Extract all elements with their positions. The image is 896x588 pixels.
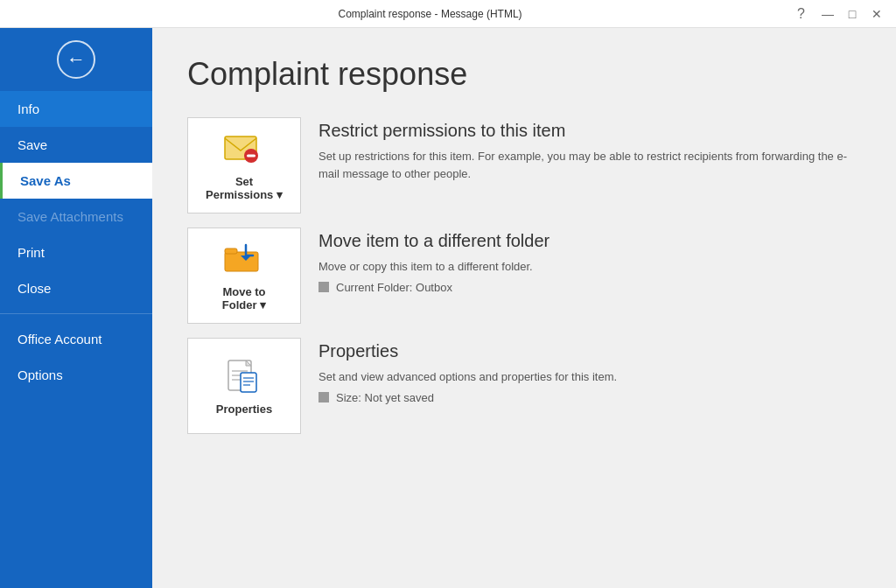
maximize-button[interactable]: □: [844, 5, 861, 23]
sidebar-item-save-as[interactable]: Save As: [0, 163, 152, 199]
sidebar-nav: Info Save Save As Save Attachments Print…: [0, 91, 152, 588]
properties-title: Properties: [318, 341, 861, 361]
title-bar: Complaint response - Message (HTML) ? — …: [0, 0, 896, 28]
close-button[interactable]: ✕: [868, 5, 886, 23]
move-to-folder-text: Move item to a different folder Move or …: [318, 228, 861, 294]
back-button[interactable]: ←: [0, 28, 152, 91]
properties-button[interactable]: Properties: [187, 338, 301, 434]
minimize-button[interactable]: —: [819, 5, 836, 23]
move-to-folder-label: Move toFolder ▾: [222, 285, 266, 312]
sidebar-divider: [0, 313, 152, 314]
svg-rect-11: [241, 373, 256, 392]
window-title: Complaint response - Message (HTML): [63, 8, 797, 20]
move-to-folder-button[interactable]: Move toFolder ▾: [187, 228, 301, 324]
back-circle-icon: ←: [57, 40, 95, 79]
sidebar-bottom: Office Account Options: [0, 321, 152, 403]
svg-rect-4: [225, 248, 237, 254]
set-permissions-text: Restrict permissions to this item Set up…: [318, 117, 861, 187]
move-to-folder-meta: Current Folder: Outbox: [318, 281, 861, 294]
set-permissions-card: SetPermissions ▾ Restrict permissions to…: [187, 117, 861, 214]
sidebar-item-options[interactable]: Options: [0, 357, 152, 393]
properties-text: Properties Set and view advanced options…: [318, 338, 861, 404]
sidebar-item-info[interactable]: Info: [0, 91, 152, 127]
sidebar-item-save[interactable]: Save: [0, 127, 152, 163]
window-controls: ? — □ ✕: [797, 5, 886, 23]
sidebar-item-print[interactable]: Print: [0, 234, 152, 270]
set-permissions-title: Restrict permissions to this item: [318, 121, 861, 141]
properties-label: Properties: [216, 402, 272, 416]
app-container: ← Info Save Save As Save Attachments Pri…: [0, 28, 896, 588]
sidebar-item-close[interactable]: Close: [0, 270, 152, 306]
page-title: Complaint response: [187, 56, 861, 93]
move-to-folder-title: Move item to a different folder: [318, 231, 861, 251]
properties-desc: Set and view advanced options and proper…: [318, 368, 861, 386]
set-permissions-button[interactable]: SetPermissions ▾: [187, 117, 301, 214]
folder-move-icon: [221, 240, 267, 278]
props-meta-bullet-icon: [318, 392, 329, 402]
sidebar-item-office-account[interactable]: Office Account: [0, 321, 152, 357]
help-icon[interactable]: ?: [797, 6, 805, 22]
set-permissions-label: SetPermissions ▾: [206, 175, 283, 201]
properties-meta: Size: Not yet saved: [318, 391, 861, 404]
sidebar: ← Info Save Save As Save Attachments Pri…: [0, 28, 152, 588]
move-to-folder-desc: Move or copy this item to a different fo…: [318, 258, 861, 276]
main-content: Complaint response SetPermissions ▾: [152, 28, 896, 588]
envelope-permissions-icon: [221, 130, 267, 168]
meta-bullet-icon: [318, 282, 329, 292]
properties-card: Properties Properties Set and view advan…: [187, 338, 861, 434]
svg-rect-2: [247, 155, 256, 158]
sidebar-item-save-attachments: Save Attachments: [0, 199, 152, 234]
set-permissions-desc: Set up restrictions for this item. For e…: [318, 148, 861, 182]
properties-doc-icon: [221, 357, 267, 396]
move-to-folder-card: Move toFolder ▾ Move item to a different…: [187, 228, 861, 324]
